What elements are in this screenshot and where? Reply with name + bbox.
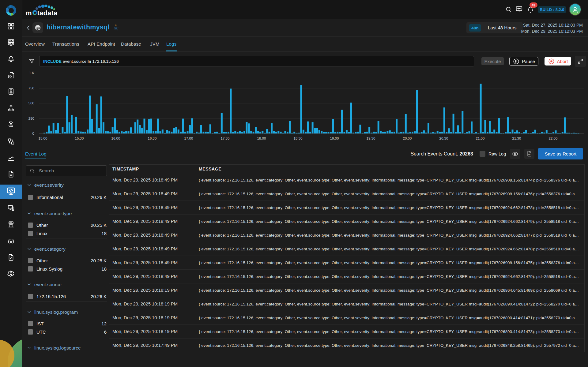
svg-text:csv: csv [528,154,530,155]
